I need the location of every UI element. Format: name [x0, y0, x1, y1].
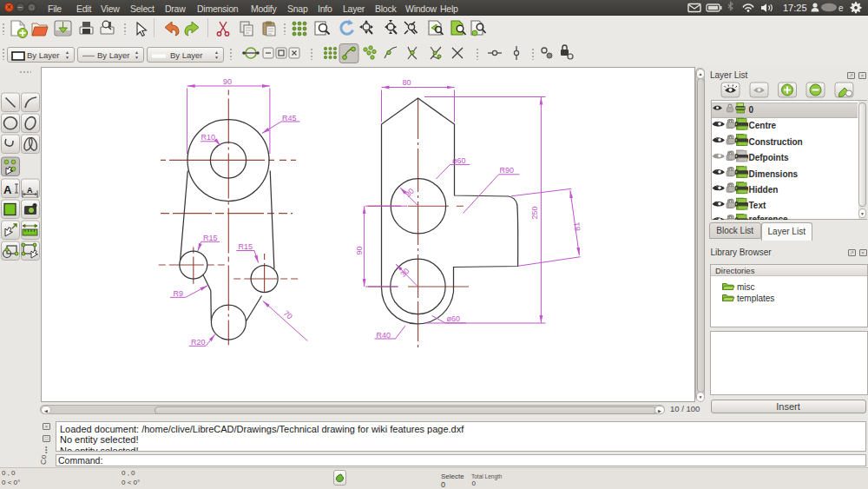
svg-text:R15: R15 [239, 242, 253, 251]
svg-text:Construction: Construction [749, 137, 803, 147]
svg-text:R9: R9 [174, 289, 184, 298]
svg-text:0: 0 [749, 105, 754, 115]
svg-text:80: 80 [403, 78, 411, 87]
svg-text:17:25: 17:25 [783, 3, 807, 13]
svg-text:ø60: ø60 [447, 314, 461, 323]
svg-text:R15: R15 [203, 234, 218, 242]
svg-text:250: 250 [530, 206, 539, 219]
svg-text:A: A [27, 186, 33, 195]
svg-text:ø60: ø60 [452, 156, 466, 165]
svg-text:Dimensions: Dimensions [749, 169, 799, 179]
svg-text:Centre: Centre [749, 121, 777, 130]
svg-text:R90: R90 [500, 166, 515, 175]
svg-text:81: 81 [572, 221, 582, 231]
svg-text:A: A [3, 183, 12, 196]
svg-text:Hidden: Hidden [749, 185, 779, 195]
svg-text:e: e [838, 3, 844, 13]
svg-text:R40: R40 [377, 331, 391, 340]
svg-text:Defpoints: Defpoints [749, 153, 790, 162]
svg-text:reference: reference [749, 215, 788, 220]
svg-text:R10: R10 [201, 133, 216, 142]
svg-text:90: 90 [223, 77, 232, 86]
svg-text:30: 30 [404, 187, 416, 199]
svg-text:R20: R20 [191, 338, 206, 347]
svg-text:R45: R45 [282, 114, 297, 122]
svg-text:Text: Text [749, 201, 766, 210]
svg-text:90: 90 [355, 246, 364, 254]
